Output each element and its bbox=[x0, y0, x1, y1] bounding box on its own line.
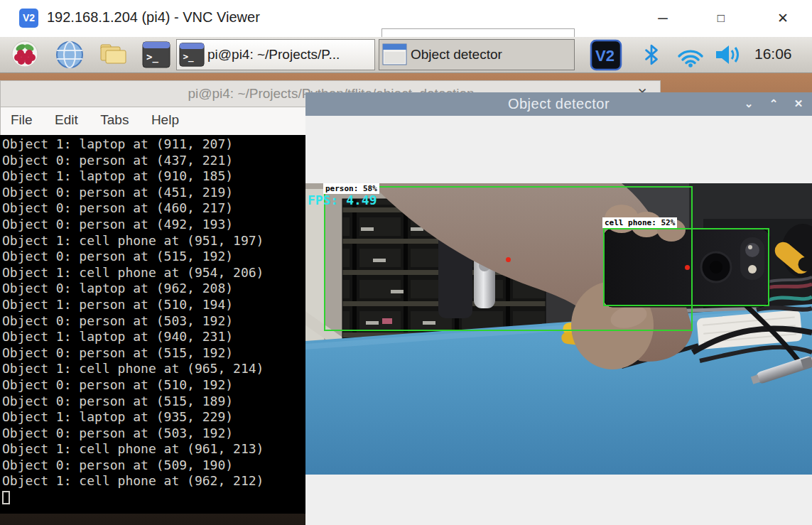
file-manager-icon[interactable] bbox=[99, 40, 128, 66]
bluetooth-icon[interactable] bbox=[642, 43, 661, 66]
vnc-app-icon: V2 bbox=[19, 9, 38, 28]
clock[interactable]: 16:06 bbox=[754, 45, 792, 63]
minimize-button[interactable]: ─ bbox=[642, 0, 684, 37]
detector-title: Object detector bbox=[305, 96, 812, 112]
cellphone-detection-label: cell phone: 52% bbox=[602, 217, 677, 228]
web-browser-icon[interactable] bbox=[55, 40, 84, 69]
window-title: 192.168.1.204 (pi4) - VNC Viewer bbox=[47, 9, 260, 26]
maximize-button[interactable]: □ bbox=[700, 0, 742, 37]
taskbar-button-object-detector[interactable]: Object detector bbox=[379, 39, 575, 70]
remote-desktop: pi@pi4: ~/Projects/Python/tflite/object_… bbox=[0, 37, 812, 525]
raspberry-menu-icon[interactable] bbox=[11, 40, 38, 67]
terminal-window-icon: >_ bbox=[179, 42, 205, 67]
person-center-dot bbox=[506, 257, 511, 262]
menu-edit[interactable]: Edit bbox=[55, 112, 78, 128]
taskbar-button-object-detector-label: Object detector bbox=[411, 47, 502, 63]
close-button[interactable]: ✕ bbox=[762, 0, 804, 37]
vnc-server-tray-icon[interactable]: V2 bbox=[590, 39, 622, 71]
menu-tabs[interactable]: Tabs bbox=[100, 112, 129, 128]
volume-icon[interactable] bbox=[713, 43, 743, 66]
shade-icon[interactable]: ⌄ bbox=[740, 97, 757, 110]
detector-close-icon[interactable]: ✕ bbox=[790, 97, 807, 110]
object-detector-window: Object detector ⌄ ⌃ ✕ bbox=[305, 92, 812, 525]
detector-titlebar[interactable]: Object detector ⌄ ⌃ ✕ bbox=[305, 92, 812, 116]
unshade-icon[interactable]: ⌃ bbox=[765, 97, 782, 110]
menu-file[interactable]: File bbox=[11, 112, 33, 128]
wifi-icon[interactable] bbox=[675, 43, 706, 67]
cellphone-center-dot bbox=[685, 265, 690, 270]
taskbar: >_ >_ pi@pi4: ~/Projects/P... Object de bbox=[0, 37, 812, 73]
app-window-icon bbox=[382, 43, 408, 66]
fps-readout: FPS: 4.49 bbox=[308, 193, 377, 207]
terminal-cursor bbox=[2, 491, 10, 504]
vnc-viewer-window: V2 192.168.1.204 (pi4) - VNC Viewer ─ □ … bbox=[0, 0, 812, 525]
vnc-titlebar[interactable]: V2 192.168.1.204 (pi4) - VNC Viewer ─ □ … bbox=[0, 0, 812, 37]
taskbar-button-terminal[interactable]: >_ pi@pi4: ~/Projects/P... bbox=[176, 39, 375, 70]
svg-text:>_: >_ bbox=[183, 51, 194, 63]
terminal-launcher-icon[interactable]: >_ bbox=[142, 40, 170, 69]
svg-text:>_: >_ bbox=[146, 51, 158, 63]
taskbar-button-terminal-label: pi@pi4: ~/Projects/P... bbox=[207, 47, 340, 63]
svg-text:V2: V2 bbox=[595, 47, 615, 65]
camera-feed[interactable]: person: 58% cell phone: 52% FPS: 4.49 bbox=[305, 183, 812, 475]
menu-help[interactable]: Help bbox=[151, 112, 179, 128]
